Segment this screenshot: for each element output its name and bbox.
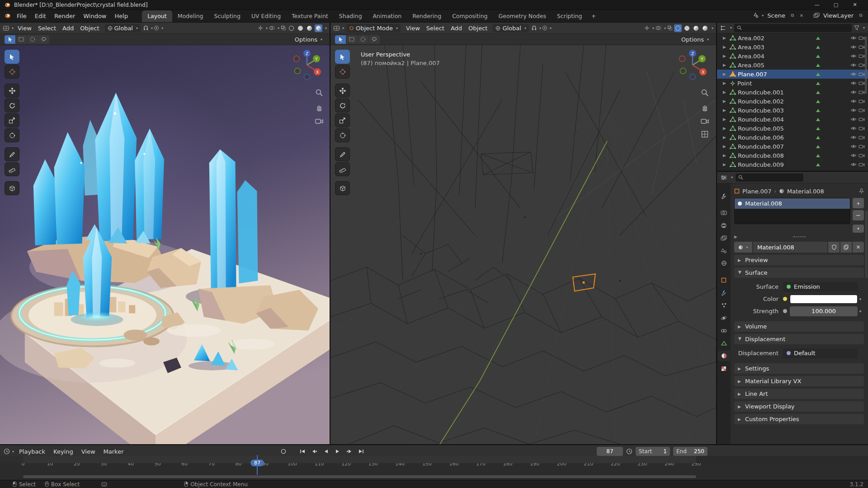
eye-icon[interactable] — [850, 144, 857, 149]
panel-surface-header[interactable]: ▶ Surface — [734, 267, 864, 278]
viewport-right-canvas[interactable]: User Perspective (87) помойка2 | Plane.0… — [330, 45, 716, 444]
next-keyframe-button[interactable] — [344, 447, 355, 456]
expand-caret-icon[interactable]: ▶ — [723, 135, 728, 140]
slot-list-grip[interactable]: ▶ — [734, 234, 864, 239]
workspace-tab[interactable]: Geometry Nodes — [493, 10, 552, 22]
pan-hand-icon[interactable] — [701, 103, 709, 111]
transform-orientation-dropdown[interactable]: Global ▾ — [493, 24, 529, 33]
eye-icon[interactable] — [850, 90, 857, 94]
timeline-menu-item[interactable]: Marker — [99, 447, 128, 456]
select-tweak-button[interactable] — [5, 35, 15, 44]
eye-icon[interactable] — [850, 36, 857, 40]
workspace-tab[interactable]: Animation — [368, 10, 407, 22]
viewlayer-copy-icon[interactable]: ⧉ — [857, 12, 864, 19]
outliner-row[interactable]: ▶ Area.004 — [717, 52, 868, 61]
camera-visibility-icon[interactable] — [859, 108, 865, 113]
scene-browse-caret[interactable]: ▾ — [762, 14, 764, 18]
timeline-menu-item[interactable]: Keying — [49, 447, 77, 456]
xray-toggle-icon[interactable] — [667, 25, 673, 31]
eye-icon[interactable] — [850, 108, 857, 113]
tab-world[interactable] — [718, 258, 730, 268]
editor-type-timeline-icon[interactable] — [4, 448, 10, 455]
shading-caret[interactable]: ▾ — [712, 26, 713, 30]
eye-icon[interactable] — [850, 99, 857, 103]
tool-cursor[interactable] — [335, 65, 350, 79]
editor-type-caret[interactable]: ▾ — [12, 450, 14, 454]
camera-visibility-icon[interactable] — [859, 144, 865, 149]
outliner-row[interactable]: ▶ Area.005 — [717, 61, 868, 70]
scene-unlink-icon[interactable]: ✕ — [798, 12, 805, 19]
breadcrumb-object[interactable]: Plane.007 — [742, 188, 772, 195]
pan-hand-icon[interactable] — [316, 103, 323, 111]
tool-select-box[interactable] — [335, 50, 350, 64]
keyframe-dot-icon[interactable] — [858, 298, 863, 300]
select-box-button[interactable] — [346, 35, 357, 44]
camera-view-icon[interactable] — [315, 118, 323, 124]
select-lasso-button[interactable] — [369, 35, 380, 44]
proportional-edit-icon[interactable] — [542, 25, 547, 31]
menu-item[interactable]: Render — [50, 11, 79, 21]
workspace-tab[interactable]: Shading — [334, 10, 368, 22]
scene-name[interactable]: Scene — [765, 11, 787, 20]
outliner-row[interactable]: ▶ Area.002 — [717, 33, 868, 42]
viewport-menu-item[interactable]: Object — [77, 23, 102, 33]
select-circle-button[interactable] — [358, 35, 368, 44]
outliner-row[interactable]: ▶ Roundcube.007 — [717, 142, 868, 151]
panel-material-library-header[interactable]: ▶ Material Library VX — [734, 376, 864, 386]
outliner-row[interactable]: ▶ Roundcube.008 — [717, 151, 868, 160]
workspace-tab[interactable]: Layout — [142, 10, 172, 22]
show-overlays-icon[interactable] — [656, 25, 661, 31]
expand-caret-icon[interactable]: ▶ — [723, 153, 728, 158]
expand-caret-icon[interactable]: ▶ — [723, 63, 728, 67]
tool-annotate[interactable] — [5, 147, 19, 161]
properties-search-input[interactable] — [736, 174, 803, 182]
expand-caret-icon[interactable]: ▶ — [723, 117, 728, 122]
select-tweak-button[interactable] — [335, 35, 346, 44]
emission-color-swatch[interactable] — [790, 295, 858, 304]
menu-item[interactable]: Window — [79, 11, 110, 21]
playhead-frame-badge[interactable]: 87 — [250, 460, 264, 466]
select-lasso-button[interactable] — [38, 35, 49, 44]
timeline-scrollbar[interactable] — [23, 475, 696, 478]
panel-displacement-header[interactable]: ▶ Displacement — [734, 334, 864, 344]
eye-icon[interactable] — [850, 72, 857, 76]
menu-item[interactable]: File — [13, 11, 31, 21]
panel-settings-header[interactable]: ▶ Settings — [734, 363, 864, 374]
outliner-row[interactable]: ▶ Roundcube.003 — [717, 106, 868, 115]
menu-item[interactable]: Edit — [31, 11, 50, 21]
tab-particles[interactable] — [718, 300, 730, 310]
shading-material-button[interactable] — [306, 24, 313, 32]
tool-cursor[interactable] — [5, 65, 19, 79]
tool-add-cube[interactable] — [5, 181, 19, 195]
surface-shader-dropdown[interactable]: Emission — [783, 282, 858, 292]
eye-icon[interactable] — [850, 45, 857, 49]
browse-material-button[interactable]: ▾ — [734, 242, 752, 253]
panel-preview-header[interactable]: ▶ Preview — [734, 255, 864, 265]
workspace-tab[interactable]: Rendering — [407, 10, 447, 22]
xray-toggle-icon[interactable] — [281, 25, 286, 31]
close-button[interactable]: ✕ — [845, 0, 864, 10]
play-reverse-button[interactable] — [321, 447, 331, 456]
panel-line-art-header[interactable]: ▶ Line Art — [734, 389, 864, 399]
workspace-tab[interactable]: Compositing — [447, 10, 493, 22]
jump-to-start-button[interactable] — [297, 447, 308, 456]
tool-transform[interactable] — [335, 128, 350, 142]
shading-solid-button[interactable] — [297, 24, 304, 32]
zoom-icon[interactable] — [701, 89, 709, 97]
add-slot-button[interactable]: ＋ — [853, 198, 864, 208]
editor-type-caret[interactable]: ▾ — [730, 26, 732, 30]
viewport-menu-item[interactable]: View — [14, 23, 35, 33]
outliner-row[interactable]: ▶ Roundcube.006 — [717, 133, 868, 142]
snap-magnet-icon[interactable] — [531, 25, 537, 31]
select-box-button[interactable] — [16, 35, 27, 44]
scene-icon[interactable] — [752, 13, 759, 18]
navigation-gizmo[interactable]: Z Y X — [675, 48, 710, 82]
tab-constraints[interactable] — [718, 325, 730, 336]
snap-magnet-icon[interactable] — [143, 25, 149, 31]
tab-object[interactable] — [718, 275, 730, 285]
camera-visibility-icon[interactable] — [859, 162, 865, 167]
camera-visibility-icon[interactable] — [859, 153, 865, 158]
camera-visibility-icon[interactable] — [859, 126, 865, 131]
proportional-caret[interactable]: ▾ — [550, 26, 552, 30]
viewport-menu-item[interactable]: Object — [465, 23, 491, 33]
